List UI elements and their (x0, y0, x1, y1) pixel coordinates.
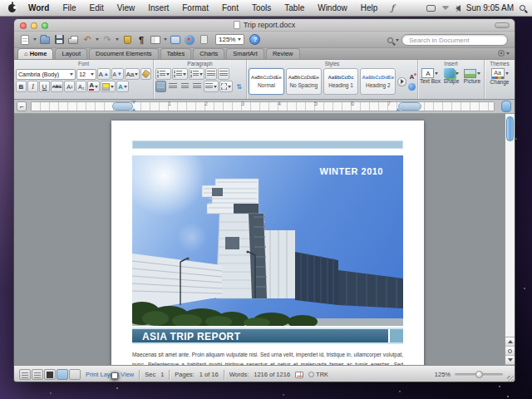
print-icon[interactable] (67, 34, 79, 46)
words-label[interactable]: Words: (229, 371, 249, 378)
wifi-menu-icon[interactable] (441, 6, 450, 11)
superscript-button[interactable]: A² (64, 81, 75, 92)
borders-button[interactable] (219, 81, 233, 92)
manage-styles-icon[interactable] (408, 83, 416, 91)
bold-button[interactable]: B (16, 81, 27, 92)
strikethrough-button[interactable]: ABC (51, 81, 63, 92)
align-left-button[interactable] (155, 81, 166, 92)
align-right-button[interactable] (180, 81, 190, 92)
tab-layout[interactable]: Layout (55, 48, 87, 59)
zoom-slider-knob[interactable] (475, 371, 483, 378)
multilevel-list-button[interactable] (189, 68, 204, 80)
line-spacing-button[interactable] (204, 81, 219, 92)
search-options-icon[interactable] (396, 39, 399, 42)
tab-selector-button[interactable]: ⌐ (17, 101, 27, 111)
align-center-button[interactable] (167, 81, 178, 92)
menu-table[interactable]: Table (278, 0, 311, 17)
insert-text-box-button[interactable]: A Text Box (420, 68, 441, 85)
insert-shape-button[interactable]: Shape (441, 68, 461, 85)
increase-indent-button[interactable] (218, 68, 229, 80)
undo-dropdown-icon[interactable] (96, 38, 99, 41)
vertical-scrollbar[interactable] (505, 114, 515, 365)
redo-dropdown-icon[interactable] (116, 38, 119, 41)
font-size-select[interactable]: 12 (76, 69, 96, 80)
help-button[interactable]: ? (249, 34, 260, 45)
script-menu-icon[interactable]: ƒ (384, 0, 401, 17)
search-icon[interactable] (387, 37, 393, 43)
media-browser-icon[interactable] (184, 34, 195, 46)
draft-view-button[interactable] (19, 369, 31, 380)
tab-review[interactable]: Review (266, 48, 300, 59)
redo-icon[interactable]: ↷ (101, 34, 113, 46)
document-proxy-icon[interactable] (234, 21, 240, 29)
menu-word[interactable]: Word (22, 0, 56, 17)
subscript-button[interactable]: A₂ (76, 81, 86, 92)
tab-tables[interactable]: Tables (160, 48, 192, 59)
style-heading-1[interactable]: AaBbCcDc Heading 1 (323, 68, 359, 95)
tab-document-elements[interactable]: Document Elements (89, 48, 159, 59)
apple-menu-icon[interactable] (8, 4, 16, 12)
menu-bar-clock[interactable]: Sun 9:05 AM (466, 3, 514, 12)
toolbox-icon[interactable] (198, 34, 209, 46)
ribbon-options-button[interactable] (498, 50, 510, 57)
displays-menu-icon[interactable] (426, 5, 436, 12)
toolbar-toggle-button[interactable] (495, 22, 510, 28)
sort-button[interactable]: ⇅ (234, 81, 244, 92)
style-heading-2[interactable]: AaBbCcDdEe Heading 2 (360, 68, 396, 95)
title-bar[interactable]: Trip report.docx (14, 19, 515, 32)
styles-pane-icon[interactable]: A (410, 73, 415, 81)
menu-file[interactable]: File (56, 0, 82, 17)
zoom-control[interactable]: 125% (215, 34, 244, 45)
first-line-indent-marker[interactable] (131, 101, 136, 104)
change-theme-button[interactable]: Aa Change (489, 68, 510, 86)
insert-picture-button[interactable]: Picture (462, 69, 482, 85)
tab-home[interactable]: ⌂ Home (17, 48, 53, 59)
browse-previous-button[interactable] (505, 337, 515, 347)
spotlight-icon[interactable] (520, 5, 525, 11)
publishing-view-button[interactable] (69, 369, 81, 380)
clear-formatting-button[interactable] (140, 68, 151, 80)
zoom-slider[interactable] (455, 373, 503, 376)
menu-window[interactable]: Window (311, 0, 354, 17)
view-label[interactable]: Print Layout View (86, 371, 134, 378)
scrollbar-thumb[interactable] (506, 116, 514, 141)
open-icon[interactable] (39, 34, 51, 46)
show-formatting-icon[interactable]: ¶ (135, 34, 147, 46)
ruler-strip[interactable] (31, 101, 495, 111)
grow-font-button[interactable]: A▲ (97, 68, 111, 80)
font-name-select[interactable]: Cambria (Body) (16, 69, 76, 80)
text-effects-button[interactable]: A (116, 81, 129, 92)
outline-view-button[interactable] (32, 369, 43, 380)
notebook-view-button[interactable] (44, 369, 56, 380)
resize-grip[interactable] (507, 376, 514, 382)
view-dropdown-icon[interactable] (164, 38, 167, 41)
ruler-right-margin[interactable] (398, 102, 421, 111)
left-indent-marker[interactable] (131, 108, 136, 111)
select-browse-object-button[interactable] (505, 347, 515, 356)
browse-next-button[interactable] (505, 356, 515, 365)
italic-button[interactable]: I (27, 81, 38, 92)
sidebar-toggle-icon[interactable] (170, 34, 181, 46)
menu-format[interactable]: Format (175, 0, 215, 17)
align-justify-button[interactable] (191, 81, 202, 92)
track-changes-indicator[interactable]: TRK (308, 371, 328, 378)
tab-charts[interactable]: Charts (193, 48, 224, 59)
document-page[interactable]: WINTER 2010 ASIA TRIP REPORT Maecenas si… (111, 121, 424, 365)
spelling-status-icon[interactable] (295, 372, 303, 378)
undo-icon[interactable]: ↶ (81, 34, 93, 46)
scrollbar-up-button[interactable] (501, 101, 511, 112)
right-indent-marker[interactable] (396, 108, 401, 111)
menu-edit[interactable]: Edit (83, 0, 111, 17)
words-value[interactable]: 1216 of 1216 (254, 371, 290, 378)
volume-menu-icon[interactable] (456, 5, 461, 12)
menu-tools[interactable]: Tools (245, 0, 278, 17)
decrease-indent-button[interactable] (205, 68, 217, 80)
bullets-button[interactable] (155, 68, 171, 80)
menu-view[interactable]: View (111, 0, 142, 17)
shrink-font-button[interactable]: A▼ (111, 68, 124, 80)
menu-insert[interactable]: Insert (141, 0, 175, 17)
style-no-spacing[interactable]: AaBbCcDdEe No Spacing (286, 68, 322, 95)
ruler-left-margin[interactable] (112, 102, 133, 111)
save-icon[interactable] (53, 34, 65, 46)
new-document-icon[interactable] (19, 34, 31, 46)
